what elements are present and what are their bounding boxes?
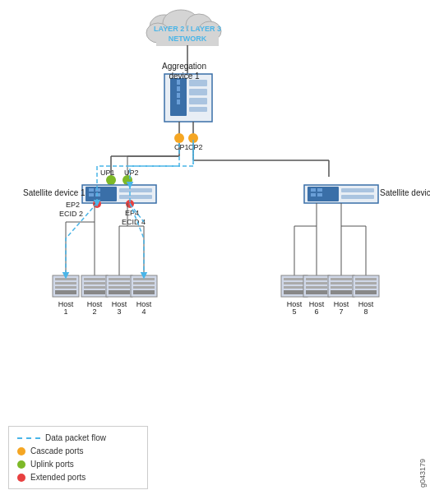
cloud-label2: NETWORK — [169, 35, 207, 43]
svg-rect-41 — [84, 290, 105, 294]
svg-rect-49 — [133, 282, 155, 284]
svg-rect-60 — [306, 286, 327, 289]
ecid2-label: ECID 2 — [59, 210, 83, 218]
satellite-device-2: Satellite device 2 — [304, 185, 430, 203]
svg-rect-9 — [177, 86, 180, 91]
svg-rect-15 — [189, 107, 207, 112]
legend-text-uplink: Uplink ports — [30, 460, 74, 469]
svg-rect-66 — [331, 290, 352, 294]
up2-label: UP2 — [124, 169, 139, 177]
legend-line-flow — [17, 437, 40, 439]
svg-rect-14 — [189, 98, 207, 104]
up1-label: UP1 — [100, 169, 115, 177]
legend-text-flow: Data packet flow — [45, 433, 106, 442]
svg-rect-58 — [306, 278, 327, 280]
svg-rect-23 — [119, 195, 152, 199]
sat2-label: Satellite device 2 — [380, 188, 430, 197]
svg-rect-55 — [284, 286, 305, 289]
host-2: Host 2 — [81, 275, 108, 316]
svg-rect-22 — [119, 188, 152, 192]
svg-rect-51 — [133, 290, 155, 294]
legend-dot-extended — [17, 474, 25, 482]
svg-rect-53 — [284, 278, 305, 280]
ep2-label: EP2 — [66, 201, 80, 209]
svg-rect-10 — [177, 93, 180, 98]
host5-num: 5 — [292, 307, 296, 316]
host-7: Host 7 — [328, 275, 354, 316]
svg-rect-68 — [355, 278, 377, 280]
cp1-label: CP1 — [174, 143, 189, 151]
svg-rect-26 — [311, 188, 316, 192]
svg-rect-31 — [341, 195, 374, 199]
svg-rect-65 — [331, 286, 352, 289]
cp1-port — [174, 133, 184, 143]
diagram-container: LAYER 2 / LAYER 3 NETWORK Aggregation de… — [0, 0, 430, 504]
legend-dot-uplink — [17, 460, 25, 469]
svg-rect-38 — [84, 278, 105, 280]
svg-rect-48 — [133, 278, 155, 280]
host-8: Host 8 — [353, 275, 379, 316]
svg-rect-27 — [317, 188, 322, 192]
agg-label: Aggregation — [162, 62, 206, 71]
host2-num: 2 — [92, 307, 96, 316]
legend-dot-cascade — [17, 447, 25, 455]
host8-num: 8 — [363, 307, 368, 316]
aggregation-device: Aggregation device 1 — [162, 62, 212, 122]
legend-item-uplink: Uplink ports — [17, 460, 139, 469]
satellite-device-1: Satellite device 1 — [23, 185, 156, 203]
host6-num: 6 — [314, 307, 318, 316]
svg-rect-11 — [177, 99, 180, 104]
svg-rect-71 — [355, 290, 377, 294]
svg-rect-36 — [55, 290, 76, 294]
svg-rect-34 — [55, 282, 76, 284]
host-4: Host 4 — [131, 275, 157, 316]
agg-label2: device 1 — [169, 72, 200, 81]
sat1-label: Satellite device 1 — [23, 188, 86, 197]
svg-rect-64 — [331, 282, 352, 284]
host-6: Host 6 — [303, 275, 330, 316]
svg-rect-50 — [133, 286, 155, 289]
svg-rect-19 — [95, 188, 100, 192]
legend-text-cascade: Cascade ports — [30, 446, 83, 455]
svg-rect-29 — [317, 193, 322, 197]
svg-rect-44 — [109, 282, 130, 284]
ecid4-label: ECID 4 — [122, 218, 146, 226]
svg-rect-46 — [109, 290, 130, 294]
cloud-label: LAYER 2 / LAYER 3 — [154, 25, 221, 33]
host3-num: 3 — [117, 307, 121, 316]
svg-rect-61 — [306, 290, 327, 294]
svg-rect-13 — [189, 89, 207, 95]
svg-rect-59 — [306, 282, 327, 284]
svg-rect-43 — [109, 278, 130, 280]
cp2-label: CP2 — [188, 143, 203, 151]
cloud-node: LAYER 2 / LAYER 3 NETWORK — [146, 10, 221, 46]
svg-rect-56 — [284, 290, 305, 294]
svg-rect-28 — [311, 193, 316, 197]
svg-rect-18 — [89, 188, 94, 192]
diagram-id: g043179 — [418, 459, 427, 488]
legend-item-extended: Extended ports — [17, 473, 139, 482]
host7-num: 7 — [339, 307, 343, 316]
svg-rect-39 — [84, 282, 105, 284]
host4-num: 4 — [141, 307, 146, 316]
svg-rect-12 — [189, 80, 207, 86]
svg-rect-69 — [355, 282, 377, 284]
legend-item-cascade: Cascade ports — [17, 446, 139, 455]
svg-rect-33 — [55, 278, 76, 280]
legend-text-extended: Extended ports — [30, 473, 86, 482]
svg-rect-70 — [355, 286, 377, 289]
svg-rect-20 — [89, 193, 94, 197]
svg-rect-35 — [55, 286, 76, 289]
host-1: Host 1 — [53, 275, 79, 316]
svg-rect-45 — [109, 286, 130, 289]
legend: Data packet flow Cascade ports Uplink po… — [8, 426, 148, 489]
svg-rect-30 — [341, 188, 374, 192]
host1-num: 1 — [63, 307, 67, 316]
svg-rect-40 — [84, 286, 105, 289]
svg-rect-21 — [95, 193, 100, 197]
svg-rect-63 — [331, 278, 352, 280]
svg-rect-54 — [284, 282, 305, 284]
legend-item-flow: Data packet flow — [17, 433, 139, 442]
host-3: Host 3 — [106, 275, 132, 316]
